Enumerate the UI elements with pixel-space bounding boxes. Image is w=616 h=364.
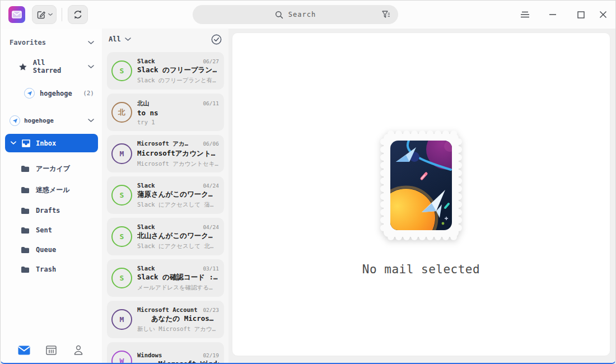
list-item[interactable]: W Windows 02/19 Microsoft Windo… [107, 342, 224, 363]
menu-button[interactable] [517, 7, 533, 22]
folder-label: Sent [36, 226, 52, 234]
star-icon [18, 63, 27, 71]
sidebar-folder-item[interactable]: Drafts [21, 207, 94, 214]
mail-date: 06/27 [203, 58, 219, 64]
list-item[interactable]: S Slack 04/24 蒲原さんがこのワーク… Slack にアクセスして … [107, 176, 224, 214]
mail-snippet: Slack にアクセスして 蒲… [137, 201, 219, 209]
folder-label: アーカイブ [36, 164, 70, 174]
folder-label: Drafts [36, 207, 60, 214]
list-item[interactable]: S Slack 03/11 Slack の確認コード :… メールアドレスを確認… [107, 259, 224, 297]
folder-icon [21, 246, 30, 254]
compose-button[interactable] [32, 5, 57, 24]
select-all-button[interactable] [211, 34, 222, 45]
sidebar-folder-item[interactable]: Trash [21, 265, 94, 273]
toolbar: Search [1, 1, 615, 29]
list-item[interactable]: S Slack 04/24 北山さんがこのワーク… Slack にアクセスして … [107, 218, 224, 255]
favorites-header[interactable]: Favorites [10, 39, 94, 46]
close-icon [599, 11, 607, 18]
mail-subject: 北山さんがこのワーク… [137, 231, 219, 241]
mail-list-panel: All S Slack 06/27 Slack のフリープラン… Slack [102, 29, 228, 363]
mail-sender: Slack [137, 58, 155, 64]
reading-pane: No mail selected [232, 32, 610, 356]
mail-sender: Slack [137, 265, 155, 272]
sidebar-folder-item[interactable]: Queue [21, 246, 94, 254]
contacts-tab-button[interactable] [69, 342, 88, 358]
mail-subject: あなたの Micros… [137, 314, 219, 324]
mail-date: 04/24 [203, 183, 219, 189]
sidebar-item-all-starred[interactable]: All Starred [18, 59, 94, 74]
calendar-tab-button[interactable] [41, 342, 60, 358]
filter-button[interactable] [380, 9, 391, 20]
maximize-button[interactable] [573, 7, 589, 22]
empty-state-message: No mail selected [362, 263, 480, 276]
mail-snippet: メールアドレスを確認する… [137, 284, 219, 292]
mail-snippet: 新しい Microsoft アカウ… [137, 325, 219, 333]
empty-state-illustration [377, 127, 465, 244]
bottom-nav [1, 342, 102, 358]
mail-subject: 蒲原さんがこのワーク… [137, 190, 219, 199]
app-window: Search [0, 0, 616, 364]
mail-subject: to ns [137, 109, 219, 117]
list-item[interactable]: 北 北山 06/11 to ns try 1 [107, 94, 224, 131]
folder-icon [21, 207, 30, 214]
compose-icon [36, 10, 46, 20]
paper-plane-icon [10, 115, 20, 126]
mail-snippet: Slack のフリープランと有… [137, 77, 219, 85]
close-button[interactable] [595, 7, 611, 22]
list-item[interactable]: M Microsoft Account 02/23 あなたの Micros… 新… [107, 301, 224, 338]
main-panel: No mail selected [228, 29, 615, 363]
avatar: W [111, 351, 132, 363]
mail-date: 02/23 [203, 307, 219, 313]
mail-snippet: Microsoft アカウントセキ… [137, 160, 219, 168]
search-input[interactable]: Search [193, 5, 398, 24]
mail-snippet: try 1 [137, 119, 219, 125]
sidebar-item-inbox[interactable]: Inbox [5, 134, 98, 152]
refresh-icon [72, 9, 83, 20]
mail-subject: Slack のフリープラン… [137, 66, 219, 75]
folder-icon [21, 165, 30, 172]
mail-list: S Slack 06/27 Slack のフリープラン… Slack のフリープ… [102, 51, 228, 363]
chevron-down-icon [88, 65, 94, 69]
folder-icon [21, 186, 30, 194]
sidebar-folder-item[interactable]: Sent [21, 226, 94, 234]
chevron-down-icon [11, 141, 16, 145]
list-filter-dropdown[interactable]: All [109, 35, 131, 43]
check-circle-icon [211, 34, 222, 45]
list-item[interactable]: M Microsoft アカ… 06/06 Microsoftアカウント… Mi… [107, 135, 224, 172]
folder-icon [21, 227, 30, 234]
mail-tab-button[interactable] [15, 342, 34, 358]
sidebar-account-header[interactable]: hogehoge [10, 115, 94, 126]
mail-sender: Slack [137, 223, 155, 230]
toolbar-divider [62, 8, 62, 21]
mail-subject: Slack の確認コード :… [137, 273, 219, 282]
mail-date: 03/11 [203, 265, 219, 272]
mail-sender: Microsoft アカ… [137, 140, 188, 148]
avatar: S [111, 185, 132, 206]
mail-subject: Microsoftアカウント… [137, 149, 219, 158]
mail-date: 06/06 [203, 141, 219, 147]
folder-list: アーカイブ 迷惑メール Drafts Sent Queue Trash [1, 164, 102, 273]
sidebar-item-favorite-account[interactable]: hogehoge (2) [24, 88, 94, 99]
avatar: S [111, 226, 132, 247]
sidebar-folder-item[interactable]: アーカイブ [21, 164, 94, 174]
chevron-down-icon [48, 13, 53, 16]
sidebar-folder-item[interactable]: 迷惑メール [21, 185, 94, 195]
chevron-down-icon [88, 41, 94, 45]
minimize-button[interactable] [545, 7, 561, 22]
chevron-down-icon [125, 38, 131, 41]
list-item[interactable]: S Slack 06/27 Slack のフリープラン… Slack のフリープ… [107, 52, 224, 90]
mail-subject: Microsoft Windo… [137, 360, 219, 363]
inbox-label: Inbox [36, 139, 56, 147]
mail-date: 02/19 [203, 352, 219, 358]
calendar-icon [46, 345, 57, 355]
mail-snippet: Slack にアクセスして 北… [137, 242, 219, 250]
search-placeholder: Search [288, 11, 316, 18]
filter-icon [380, 9, 391, 20]
mail-sender: 北山 [137, 100, 149, 108]
mail-sender: Microsoft Account [137, 306, 197, 313]
contacts-icon [73, 345, 83, 356]
all-starred-label: All Starred [33, 59, 77, 74]
avatar: S [111, 268, 132, 288]
refresh-button[interactable] [68, 5, 88, 24]
mail-icon [18, 346, 30, 355]
